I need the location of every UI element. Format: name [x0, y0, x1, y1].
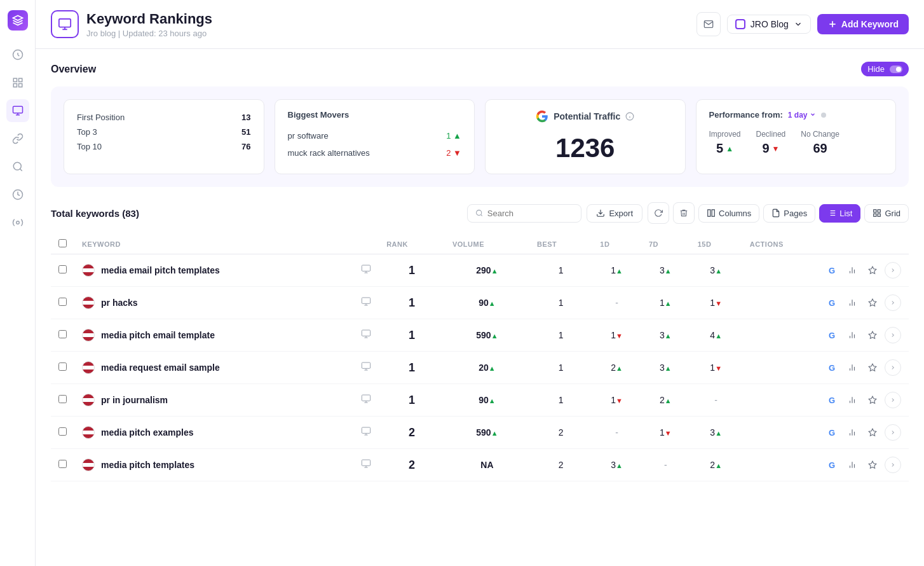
columns-icon	[707, 209, 716, 217]
star-action-button[interactable]	[864, 294, 881, 311]
row-checkbox[interactable]	[58, 460, 67, 468]
expand-action-button[interactable]	[885, 262, 901, 279]
declined-arrow: ▼	[772, 144, 780, 153]
volume-cell: 590▲	[445, 319, 529, 352]
bar-chart-icon	[848, 460, 857, 469]
rank-cell: 2	[379, 417, 445, 449]
star-icon	[868, 363, 877, 372]
columns-button[interactable]: Columns	[698, 204, 759, 223]
plus-icon	[827, 19, 838, 29]
sidebar-icon-dashboard[interactable]	[6, 71, 29, 94]
grid-button[interactable]: Grid	[864, 204, 909, 223]
chart-action-button[interactable]	[844, 457, 860, 473]
select-all-checkbox[interactable]	[58, 239, 67, 247]
google-action-button[interactable]: G	[824, 424, 840, 441]
star-action-button[interactable]	[864, 392, 881, 408]
google-action-button[interactable]: G	[824, 359, 840, 376]
domain-selector[interactable]: JRO Blog	[727, 15, 811, 34]
period-selector[interactable]: 1 day	[788, 111, 816, 120]
refresh-button[interactable]	[648, 202, 669, 224]
sidebar-icon-search[interactable]	[6, 155, 29, 178]
volume-value: 90▲	[479, 298, 495, 308]
sidebar-icon-keywords[interactable]	[6, 99, 29, 122]
svg-rect-31	[874, 214, 876, 216]
sidebar-icon-settings[interactable]	[6, 211, 29, 234]
row-checkbox[interactable]	[58, 395, 67, 403]
svg-rect-5	[13, 106, 22, 113]
chart-action-button[interactable]	[844, 262, 860, 279]
google-action-button[interactable]: G	[824, 392, 840, 408]
export-icon	[596, 209, 605, 217]
flag-icon	[82, 459, 95, 471]
chart-action-button[interactable]	[844, 294, 860, 311]
1d-cell: 1▼	[592, 384, 641, 417]
svg-rect-1	[13, 78, 17, 81]
star-action-button[interactable]	[864, 457, 881, 473]
star-action-button[interactable]	[864, 262, 881, 279]
google-action-button[interactable]: G	[824, 294, 840, 311]
rank-cell: 1	[379, 352, 445, 384]
content-area: Overview Hide First Position 13 Top 3 51…	[36, 49, 924, 566]
sidebar-icon-rankings[interactable]	[6, 43, 29, 66]
keyword-name: media pitch examples	[101, 427, 194, 438]
expand-action-button[interactable]	[885, 457, 901, 473]
add-keyword-label: Add Keyword	[841, 19, 899, 29]
google-action-button[interactable]: G	[824, 457, 840, 473]
google-icon: G	[829, 363, 835, 373]
volume-value: 290▲	[476, 265, 498, 275]
row-checkbox[interactable]	[58, 427, 67, 436]
expand-action-button[interactable]	[885, 327, 901, 343]
sidebar-icon-analytics[interactable]	[6, 183, 29, 206]
best-value: 1	[559, 395, 564, 405]
performance-card: Performance from: 1 day Improved 5	[696, 99, 897, 174]
chart-action-button[interactable]	[844, 359, 860, 376]
expand-action-button[interactable]	[885, 359, 901, 376]
sidebar-icon-links[interactable]	[6, 127, 29, 150]
search-input[interactable]	[487, 209, 574, 218]
best-value: 2	[559, 460, 564, 470]
google-action-button[interactable]: G	[824, 327, 840, 343]
rank-value: 2	[409, 426, 415, 439]
list-button[interactable]: List	[819, 204, 860, 223]
row-checkbox[interactable]	[58, 362, 67, 371]
notification-button[interactable]	[696, 12, 721, 36]
chart-action-button[interactable]	[844, 424, 860, 441]
table-title: Total keywords (83)	[51, 208, 139, 219]
search-box	[467, 204, 581, 223]
expand-action-button[interactable]	[885, 294, 901, 311]
7d-value: 3▲	[660, 265, 672, 275]
export-button[interactable]: Export	[587, 204, 642, 223]
table-row: pr hacks 1 90▲ 1 - 1▲ 1▼	[51, 287, 909, 319]
rank-cell: 2	[379, 449, 445, 481]
row-checkbox[interactable]	[58, 330, 67, 338]
keyword-cell: pr in journalism	[74, 384, 379, 417]
expand-action-button[interactable]	[885, 424, 901, 441]
expand-action-button[interactable]	[885, 392, 901, 408]
chart-action-button[interactable]	[844, 392, 860, 408]
chart-action-button[interactable]	[844, 327, 860, 343]
15d-value: 4▲	[710, 330, 722, 340]
row-checkbox[interactable]	[58, 265, 67, 273]
row-checkbox[interactable]	[58, 298, 67, 306]
top3-label: Top 3	[77, 127, 97, 137]
keyword-name: media request email sample	[101, 362, 220, 373]
star-action-button[interactable]	[864, 424, 881, 441]
columns-label: Columns	[719, 209, 751, 218]
device-icon	[361, 264, 371, 277]
refresh-icon	[654, 209, 663, 217]
best-cell: 1	[529, 254, 592, 287]
declined-label: Declined	[756, 130, 786, 139]
google-icon: G	[829, 460, 835, 470]
hide-label: Hide	[867, 64, 885, 74]
rank-value: 1	[409, 394, 415, 406]
google-action-button[interactable]: G	[824, 262, 840, 279]
delete-button[interactable]	[673, 202, 695, 224]
hide-toggle-button[interactable]: Hide	[861, 62, 909, 76]
pages-button[interactable]: Pages	[763, 204, 815, 223]
star-action-button[interactable]	[864, 327, 881, 343]
rank-cell: 1	[379, 384, 445, 417]
1d-cell: -	[592, 287, 641, 319]
star-action-button[interactable]	[864, 359, 881, 376]
add-keyword-button[interactable]: Add Keyword	[817, 14, 909, 34]
volume-value: 590▲	[476, 427, 498, 438]
